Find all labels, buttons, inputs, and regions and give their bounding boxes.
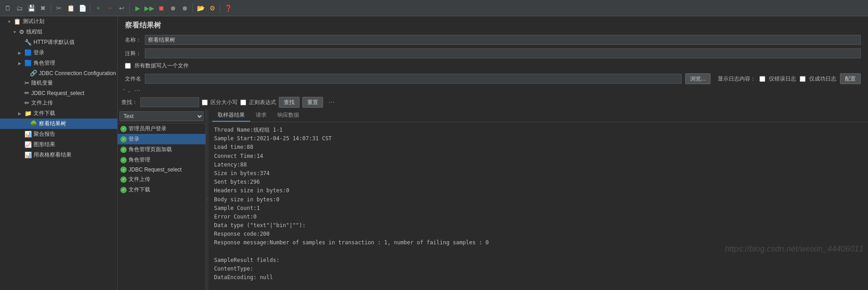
- open-file-icon[interactable]: 📂: [196, 3, 205, 13]
- search-input[interactable]: [140, 97, 199, 107]
- result-tree-icon: 🌳: [30, 120, 37, 127]
- comment-row: 注释：: [118, 47, 868, 60]
- run-icon[interactable]: ▶: [133, 3, 143, 13]
- arrow-download: ▶: [18, 111, 23, 116]
- list-item[interactable]: 角色管理: [118, 155, 205, 165]
- undo-icon[interactable]: ↩: [117, 3, 127, 13]
- arrow-plan: ▼: [7, 19, 12, 24]
- sep3: [129, 3, 130, 13]
- new-icon[interactable]: 🗒: [3, 3, 13, 13]
- tab-sampler-result[interactable]: 取样器结果: [212, 109, 250, 122]
- success-icon-2: [120, 136, 127, 143]
- tree-item-jdbc-config[interactable]: 🔗 JDBC Connection Configuration: [0, 68, 117, 78]
- table-icon: 📊: [24, 152, 32, 158]
- tab-response[interactable]: 响应数据: [272, 109, 305, 122]
- graph-icon: 📈: [24, 141, 32, 148]
- tree-item-login[interactable]: ▶ 🟦 登录: [0, 48, 117, 58]
- list-item[interactable]: 管理员用户登录: [118, 124, 205, 134]
- login-label: 登录: [33, 49, 44, 57]
- tree-item-download[interactable]: ▶ 📁 文件下载: [0, 108, 117, 119]
- paste-icon[interactable]: 📄: [77, 3, 87, 13]
- config-button[interactable]: 配置: [840, 73, 861, 84]
- toolbar: 🗒 🗂 💾 ✖ ✂ 📋 📄 ＋ － ↩ ▶ ▶▶ ⏹ ⏺ ⏺ 📂 ⚙ ❓: [0, 0, 868, 16]
- arrow-role: ▶: [18, 61, 23, 66]
- tree-item-table[interactable]: 📊 用表格察看结果: [0, 150, 117, 160]
- reset-button[interactable]: 重置: [302, 97, 323, 108]
- copy-icon[interactable]: 📋: [66, 3, 76, 13]
- error-only-checkbox[interactable]: [759, 76, 765, 82]
- dots-btn-1[interactable]: ···: [132, 87, 143, 94]
- write-all-label: 所有数据写入一个文件: [134, 62, 189, 70]
- sampler-item-label-3: 角色管理页面加载: [129, 146, 172, 153]
- result-tabs: 取样器结果 请求 响应数据: [209, 109, 868, 122]
- tree-item-plan[interactable]: ▼ 📋 测试计划: [0, 16, 117, 27]
- tree-item-role-mgmt[interactable]: ▶ 🟦 角色管理: [0, 58, 117, 68]
- agg-label: 聚合报告: [33, 130, 55, 138]
- http-label: HTTP请求默认值: [33, 38, 75, 46]
- add-icon[interactable]: ＋: [93, 3, 103, 13]
- open-template-icon[interactable]: 🗂: [14, 3, 24, 13]
- success-icon-5: [120, 166, 127, 173]
- sep2: [90, 3, 91, 13]
- run-all-icon[interactable]: ▶▶: [144, 3, 154, 13]
- result-content: Thread Name:线程组 1-1 Sample Start:2021-04…: [209, 122, 868, 290]
- result-line-5: Latency:88: [214, 161, 863, 169]
- search-button[interactable]: 查找: [279, 97, 300, 108]
- plan-icon: 📋: [14, 18, 21, 25]
- close-icon[interactable]: ✖: [38, 3, 48, 13]
- result-line-9: Body size in bytes:0: [214, 195, 863, 204]
- success-only-checkbox[interactable]: [800, 76, 806, 82]
- list-item[interactable]: JDBC Request_select: [118, 165, 205, 174]
- comment-input[interactable]: [145, 48, 861, 58]
- sampler-item-label-4: 角色管理: [129, 156, 150, 164]
- record-icon[interactable]: ⏺: [168, 3, 178, 13]
- tree-item-upload[interactable]: ✏ 文件上传: [0, 98, 117, 108]
- sampler-type-select[interactable]: Text: [119, 111, 204, 121]
- save-icon[interactable]: 💾: [26, 3, 36, 13]
- tab-request[interactable]: 请求: [250, 109, 272, 122]
- case-sensitive-label: 区分大小写: [210, 99, 238, 106]
- file-input[interactable]: [145, 74, 682, 84]
- result-line-7: Sent bytes:296: [214, 178, 863, 186]
- list-item[interactable]: 文件下载: [118, 185, 205, 195]
- sampler-item-label-1: 管理员用户登录: [129, 125, 167, 133]
- tree-item-result-tree[interactable]: 🌳 察看结果树: [0, 119, 117, 129]
- tree-item-http-defaults[interactable]: 🔧 HTTP请求默认值: [0, 37, 117, 48]
- sampler-item-label-2: 登录: [129, 135, 139, 143]
- threads-label: 线程组: [26, 28, 43, 36]
- cut-icon[interactable]: ✂: [54, 3, 64, 13]
- tree-item-agg[interactable]: 📊 聚合报告: [0, 129, 117, 139]
- download-label: 文件下载: [33, 109, 55, 117]
- tree-item-threads[interactable]: ▼ ⚙ 线程组: [0, 27, 117, 37]
- write-all-row: 所有数据写入一个文件: [118, 60, 868, 71]
- name-input[interactable]: [145, 35, 861, 45]
- result-line-4: Connect Time:14: [214, 152, 863, 161]
- regex-checkbox[interactable]: [240, 100, 246, 105]
- case-sensitive-checkbox[interactable]: [202, 100, 208, 105]
- tree-item-jdbc-req[interactable]: ✏ JDBC Request_select: [0, 88, 117, 98]
- list-item[interactable]: 文件上传: [118, 174, 205, 185]
- write-all-checkbox[interactable]: [125, 63, 131, 69]
- dots-btn-2[interactable]: ···: [326, 99, 337, 106]
- help-icon[interactable]: ❓: [223, 3, 233, 13]
- result-panel: 取样器结果 请求 响应数据 Thread Name:线程组 1-1 Sample…: [209, 109, 868, 290]
- list-item[interactable]: 角色管理页面加载: [118, 144, 205, 155]
- search-row: 查找： 区分大小写 正则表达式 查找 重置 ···: [118, 95, 868, 109]
- tree-item-random[interactable]: ✂ 随机变量: [0, 78, 117, 88]
- result-tree-label: 察看结果树: [39, 120, 66, 128]
- sampler-item-label-7: 文件下载: [129, 186, 150, 194]
- settings-icon[interactable]: ⚙: [207, 3, 217, 13]
- tree-item-graph[interactable]: 📈 图形结果: [0, 139, 117, 150]
- download-icon: 📁: [24, 110, 32, 117]
- graph-label: 图形结果: [33, 141, 55, 148]
- record2-icon[interactable]: ⏺: [180, 3, 190, 13]
- list-item[interactable]: 登录: [118, 134, 205, 144]
- plan-label: 测试计划: [23, 18, 44, 25]
- role-label: 角色管理: [33, 59, 55, 67]
- minus-icon[interactable]: －: [105, 3, 115, 13]
- browse-button[interactable]: 浏览...: [685, 73, 711, 84]
- expand-icon[interactable]: ⌃ ⌄: [121, 87, 132, 94]
- arrow-login: ▶: [18, 51, 23, 55]
- stop-icon[interactable]: ⏹: [156, 3, 166, 13]
- file-row: 文件名 浏览... 显示日志内容： 仅错误日志 仅成功日志 配置: [118, 71, 868, 86]
